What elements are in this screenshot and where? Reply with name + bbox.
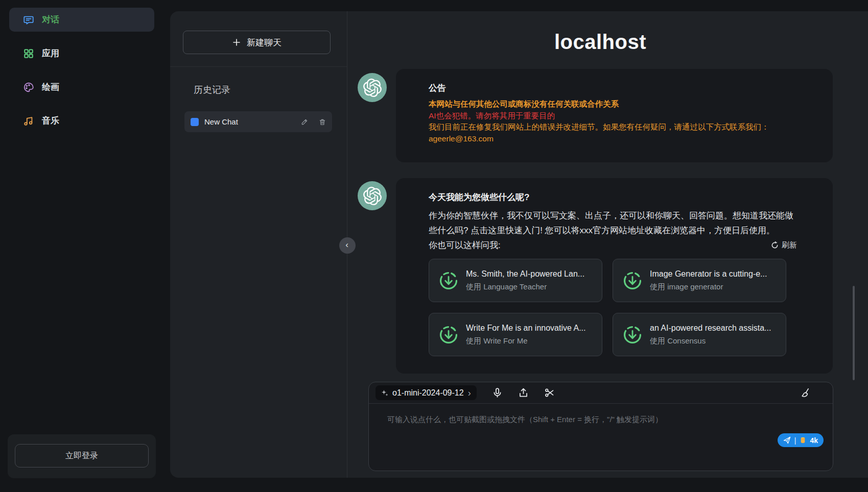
- scissors-icon: [544, 387, 555, 398]
- openai-logo-icon: [363, 79, 382, 97]
- sidebar-item-label: 应用: [42, 47, 59, 59]
- sidebar-item-apps[interactable]: 应用: [9, 41, 154, 65]
- music-note-icon: [23, 115, 34, 127]
- microphone-button[interactable]: [492, 387, 503, 398]
- refresh-icon: [771, 241, 779, 249]
- suggestion-card[interactable]: an AI-powered research assista... 使用 Con…: [613, 313, 786, 356]
- content-card: 新建聊天 历史记录 New Chat localhost: [170, 11, 868, 478]
- history-item-title: New Chat: [204, 117, 290, 126]
- message-input[interactable]: [369, 404, 833, 471]
- login-card: 立即登录: [8, 434, 156, 478]
- download-circle-icon: [622, 325, 643, 345]
- model-selector-label: o1-mini-2024-09-12: [392, 388, 464, 398]
- suggestion-subtitle: 使用 Write For Me: [466, 336, 585, 346]
- plus-icon: [232, 38, 241, 47]
- download-circle-icon: [438, 270, 459, 291]
- history-divider: [170, 66, 347, 67]
- sparkle-icon: [381, 389, 388, 397]
- badge-divider: |: [794, 436, 796, 445]
- app: { "sidebar": { "items": [ {"label": "对话"…: [0, 0, 868, 492]
- refresh-button-label: 刷新: [782, 240, 797, 250]
- suggestion-card[interactable]: Write For Me is an innovative A... 使用 Wr…: [429, 313, 602, 356]
- announcement-maintenance-line: 我们目前正在修复我们网站上的错误并改进细节。如果您有任何疑问，请通过以下方式联系…: [429, 121, 800, 133]
- announcement-affiliation-line: 本网站与任何其他公司或商标没有任何关联或合作关系: [429, 99, 800, 110]
- sidebar-item-drawing[interactable]: 绘画: [9, 75, 154, 99]
- suggestion-title: Ms. Smith, the AI-powered Lan...: [466, 269, 584, 279]
- scrollbar-thumb[interactable]: [853, 286, 855, 380]
- new-chat-button[interactable]: 新建聊天: [183, 31, 331, 54]
- announcement-heading: 公告: [429, 82, 800, 94]
- suggestion-card[interactable]: Image Generator is a cutting-e... 使用 ima…: [613, 259, 786, 302]
- coins-icon: [800, 437, 806, 444]
- ask-hint: 你也可以这样问我:: [429, 238, 501, 253]
- announcement-warning-line: AI也会犯错。请勿将其用于重要目的: [429, 110, 800, 122]
- send-icon: [783, 436, 791, 444]
- apps-grid-icon: [23, 48, 34, 59]
- sidebar-item-music[interactable]: 音乐: [9, 109, 154, 133]
- edit-icon[interactable]: [301, 118, 308, 126]
- palette-icon: [23, 82, 34, 93]
- sidebar-item-label: 对话: [42, 14, 59, 26]
- suggestion-cards: Ms. Smith, the AI-powered Lan... 使用 Lang…: [429, 259, 800, 356]
- chat-bubble-icon: [23, 14, 34, 26]
- model-selector[interactable]: o1-mini-2024-09-12 ›: [376, 385, 477, 400]
- composer-body: | 4k: [369, 404, 833, 471]
- upload-button[interactable]: [518, 387, 529, 398]
- token-badge-label: 4k: [810, 436, 818, 445]
- sidebar-item-chat[interactable]: 对话: [9, 8, 154, 32]
- contact-email-link[interactable]: ageerle@163.com: [429, 133, 800, 145]
- trash-icon[interactable]: [319, 118, 326, 126]
- page-title: localhost: [347, 31, 853, 54]
- token-badge[interactable]: | 4k: [778, 433, 824, 447]
- suggestion-title: Write For Me is an innovative A...: [466, 324, 585, 333]
- suggestion-subtitle: 使用 Consensus: [650, 336, 771, 346]
- login-button[interactable]: 立即登录: [15, 444, 149, 468]
- upload-icon: [518, 387, 529, 398]
- openai-logo-icon: [363, 187, 382, 205]
- composer-toolbar: o1-mini-2024-09-12 ›: [369, 382, 833, 404]
- composer: o1-mini-2024-09-12 ›: [368, 382, 833, 471]
- scissors-button[interactable]: [544, 387, 555, 398]
- history-item[interactable]: New Chat: [184, 111, 332, 132]
- suggestion-title: Image Generator is a cutting-e...: [650, 269, 767, 279]
- history-heading: 历史记录: [194, 84, 347, 96]
- suggestion-subtitle: 使用 image generator: [650, 282, 767, 292]
- welcome-heading: 今天我能为您做些什么呢?: [429, 191, 800, 203]
- collapse-sidebar-button[interactable]: ‹: [339, 237, 356, 254]
- download-circle-icon: [622, 270, 643, 291]
- sidebar: 对话 应用 绘画 音乐 立即登录: [0, 0, 170, 492]
- suggestion-card[interactable]: Ms. Smith, the AI-powered Lan... 使用 Lang…: [429, 259, 602, 302]
- assistant-avatar: [358, 181, 387, 210]
- broom-icon: [801, 387, 812, 399]
- sidebar-item-label: 绘画: [42, 81, 59, 93]
- assistant-avatar: [358, 73, 387, 102]
- chevron-left-icon: ‹: [345, 240, 348, 250]
- new-chat-button-label: 新建聊天: [247, 37, 281, 48]
- chat-area: localhost 公告 本网站与任何其他公司或商标没有任何关联或合作关系 AI…: [347, 11, 853, 478]
- sidebar-item-label: 音乐: [42, 115, 59, 127]
- chat-item-color-icon: [191, 118, 199, 126]
- download-circle-icon: [438, 325, 459, 345]
- announcement-message: 公告 本网站与任何其他公司或商标没有任何关联或合作关系 AI也会犯错。请勿将其用…: [396, 69, 833, 162]
- suggestion-title: an AI-powered research assista...: [650, 324, 771, 333]
- suggestion-subtitle: 使用 Language Teacher: [466, 282, 584, 292]
- welcome-body: 作为你的智慧伙伴，我不仅可以写文案、出点子，还可以和你聊天、回答问题。想知道我还…: [429, 208, 800, 238]
- chevron-right-icon: ›: [468, 388, 471, 398]
- welcome-message: 今天我能为您做些什么呢? 作为你的智慧伙伴，我不仅可以写文案、出点子，还可以和你…: [396, 178, 833, 374]
- microphone-icon: [492, 387, 503, 398]
- refresh-button[interactable]: 刷新: [768, 240, 800, 251]
- clear-broom-button[interactable]: [801, 387, 812, 399]
- history-panel: 新建聊天 历史记录 New Chat: [170, 11, 347, 478]
